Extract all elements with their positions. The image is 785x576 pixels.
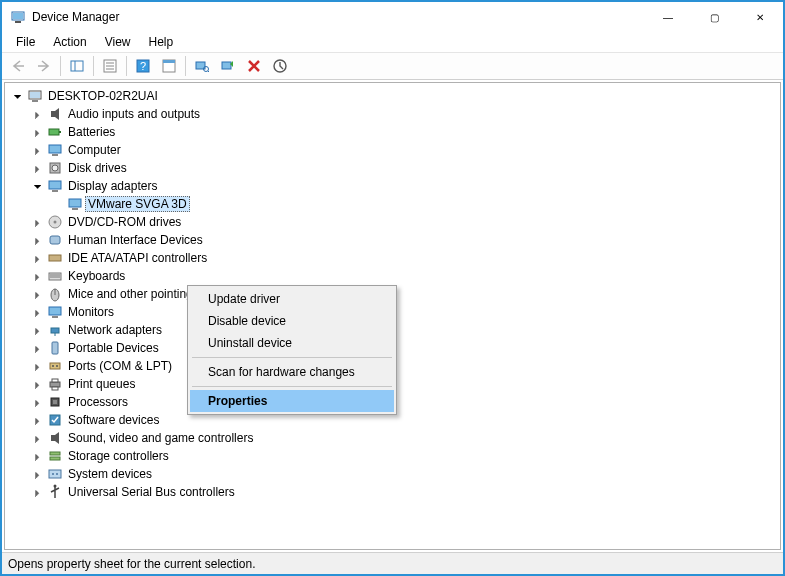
svg-rect-41: [49, 307, 61, 315]
tree-category-row[interactable]: ⏵Disk drives: [31, 159, 780, 177]
system-icon: [47, 466, 63, 482]
titlebar: Device Manager — ▢ ✕: [2, 2, 783, 32]
minimize-button[interactable]: —: [645, 2, 691, 32]
tree-category-label: Sound, video and game controllers: [65, 430, 256, 446]
storage-icon: [47, 448, 63, 464]
expander-icon[interactable]: ⏵: [31, 143, 45, 157]
tree-category-row[interactable]: ⏵Processors: [31, 393, 780, 411]
tree-category-row[interactable]: ⏵Audio inputs and outputs: [31, 105, 780, 123]
audio-icon: [47, 106, 63, 122]
tree-category-row[interactable]: ⏵Computer: [31, 141, 780, 159]
tree-category-row[interactable]: ⏵IDE ATA/ATAPI controllers: [31, 249, 780, 267]
scan-button[interactable]: [190, 54, 214, 78]
svg-rect-20: [32, 100, 38, 102]
tree-category-row[interactable]: ⏵Print queues: [31, 375, 780, 393]
toolbar-separator: [60, 56, 61, 76]
toolbar-separator: [185, 56, 186, 76]
window-title: Device Manager: [32, 10, 119, 24]
tree-category-row[interactable]: ⏵Universal Serial Bus controllers: [31, 483, 780, 501]
expander-icon[interactable]: ⏵: [31, 449, 45, 463]
expander-icon[interactable]: ⏵: [31, 413, 45, 427]
maximize-button[interactable]: ▢: [691, 2, 737, 32]
action-button[interactable]: [157, 54, 181, 78]
svg-rect-49: [50, 382, 60, 387]
expander-icon[interactable]: ⏵: [31, 287, 45, 301]
tree-category-row[interactable]: ⏵Software devices: [31, 411, 780, 429]
svg-rect-35: [49, 255, 61, 261]
update-button[interactable]: [268, 54, 292, 78]
tree-category-label: Processors: [65, 394, 131, 410]
expander-icon[interactable]: ⏵: [31, 161, 45, 175]
svg-text:?: ?: [140, 60, 146, 72]
ctx-disable-device[interactable]: Disable device: [190, 310, 394, 332]
tree-category-row[interactable]: ⏵Keyboards: [31, 267, 780, 285]
expander-icon[interactable]: ⏵: [31, 377, 45, 391]
tree-category-row[interactable]: ⏵Monitors: [31, 303, 780, 321]
ctx-properties[interactable]: Properties: [190, 390, 394, 412]
svg-rect-53: [53, 400, 57, 404]
ctx-update-driver[interactable]: Update driver: [190, 288, 394, 310]
expander-icon[interactable]: ⏵: [31, 251, 45, 265]
svg-rect-34: [50, 236, 60, 244]
menu-file[interactable]: File: [8, 33, 43, 51]
expander-icon[interactable]: ⏵: [31, 485, 45, 499]
svg-point-27: [52, 165, 58, 171]
expander-icon[interactable]: ⏵: [31, 305, 45, 319]
context-menu-separator: [192, 357, 392, 358]
show-hide-tree-button[interactable]: [65, 54, 89, 78]
tree-category-row[interactable]: ⏵Mice and other pointing devices: [31, 285, 780, 303]
tree-root-row[interactable]: ⏷ DESKTOP-02R2UAI: [11, 87, 780, 105]
back-button[interactable]: [6, 54, 30, 78]
tree-category-row[interactable]: ⏵Batteries: [31, 123, 780, 141]
device-tree-panel[interactable]: ⏷ DESKTOP-02R2UAI ⏵Audio inputs and outp…: [4, 82, 781, 550]
properties-icon: [102, 58, 118, 74]
close-button[interactable]: ✕: [737, 2, 783, 32]
tree-category-row[interactable]: ⏵System devices: [31, 465, 780, 483]
tree-category-row[interactable]: ⏵Ports (COM & LPT): [31, 357, 780, 375]
tree-category-label: Software devices: [65, 412, 162, 428]
monitor-icon: [47, 142, 63, 158]
ctx-uninstall-device[interactable]: Uninstall device: [190, 332, 394, 354]
expander-icon[interactable]: ⏷: [31, 179, 45, 193]
expander-icon[interactable]: ⏵: [31, 107, 45, 121]
tree-category-row[interactable]: ⏵Portable Devices: [31, 339, 780, 357]
expander-icon[interactable]: ⏵: [31, 269, 45, 283]
tree-category-row[interactable]: ⏵Network adapters: [31, 321, 780, 339]
tree-category-row[interactable]: ⏵Human Interface Devices: [31, 231, 780, 249]
toolbar: ?: [2, 52, 783, 80]
menu-view[interactable]: View: [97, 33, 139, 51]
menu-action[interactable]: Action: [45, 33, 94, 51]
statusbar-text: Opens property sheet for the current sel…: [8, 557, 255, 571]
tree-category-label: Ports (COM & LPT): [65, 358, 175, 374]
tree-category-row[interactable]: ⏵Storage controllers: [31, 447, 780, 465]
expander-icon[interactable]: ⏵: [31, 395, 45, 409]
tree-category-row[interactable]: ⏵Sound, video and game controllers: [31, 429, 780, 447]
menu-help[interactable]: Help: [141, 33, 182, 51]
expander-icon[interactable]: ⏷: [11, 89, 25, 103]
help-button[interactable]: ?: [131, 54, 155, 78]
expander-icon[interactable]: ⏵: [31, 467, 45, 481]
tree-category-label: Human Interface Devices: [65, 232, 206, 248]
expander-icon[interactable]: ⏵: [31, 323, 45, 337]
tree-category-row[interactable]: ⏵DVD/CD-ROM drives: [31, 213, 780, 231]
uninstall-button[interactable]: [242, 54, 266, 78]
forward-button[interactable]: [32, 54, 56, 78]
expander-icon[interactable]: ⏵: [31, 233, 45, 247]
scan-icon: [194, 58, 210, 74]
expander-icon[interactable]: ⏵: [31, 341, 45, 355]
expander-icon[interactable]: ⏵: [31, 431, 45, 445]
expander-icon[interactable]: ⏵: [31, 215, 45, 229]
expander-icon[interactable]: ⏵: [31, 359, 45, 373]
svg-point-60: [56, 473, 58, 475]
tree-device-row[interactable]: VMware SVGA 3D: [51, 195, 780, 213]
help-icon: ?: [135, 58, 151, 74]
tree-category-row[interactable]: ⏷Display adapters: [31, 177, 780, 195]
enable-button[interactable]: [216, 54, 240, 78]
svg-point-59: [52, 473, 54, 475]
portable-icon: [47, 340, 63, 356]
properties-button[interactable]: [98, 54, 122, 78]
network-icon: [47, 322, 63, 338]
tree-category-label: Network adapters: [65, 322, 165, 338]
expander-icon[interactable]: ⏵: [31, 125, 45, 139]
ctx-scan-hardware[interactable]: Scan for hardware changes: [190, 361, 394, 383]
